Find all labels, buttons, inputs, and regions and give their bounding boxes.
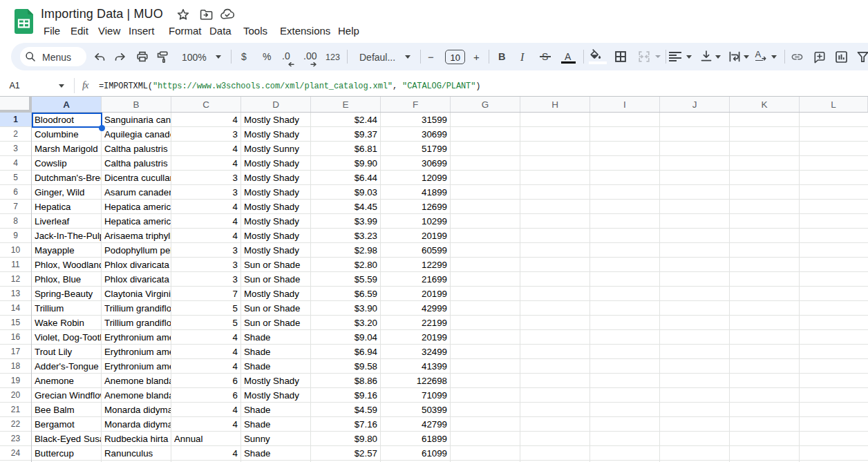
svg-text:A: A <box>755 49 762 59</box>
